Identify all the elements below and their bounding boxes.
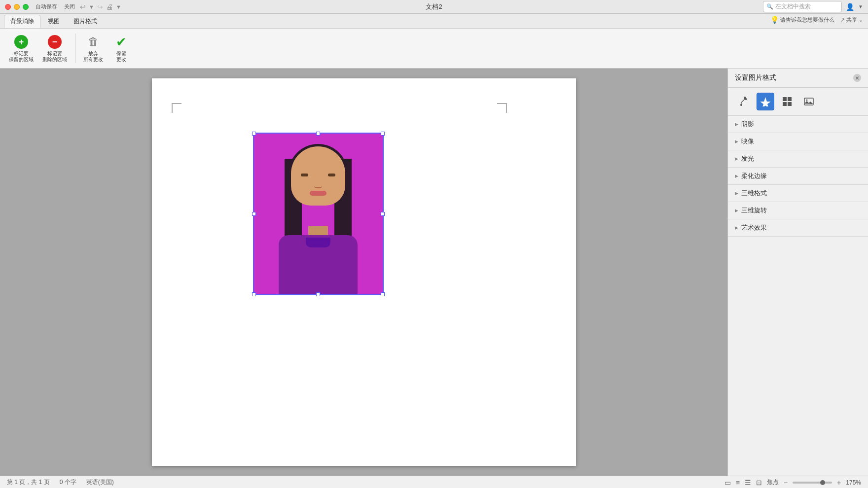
panel-section-shadow[interactable]: ▶ 阴影 <box>728 116 868 133</box>
share-btn[interactable]: ↗ 共享 ⌄ <box>840 16 863 24</box>
keep-button[interactable]: ✔ 保留更改 <box>109 32 134 65</box>
autosave-label: 自动保存 <box>34 2 59 11</box>
close-label[interactable]: 关闭 <box>62 2 77 11</box>
reflection-label: 映像 <box>741 137 754 146</box>
ribbon-tabs: 背景消除 视图 图片格式 <box>0 14 868 29</box>
char-count: 0 个字 <box>60 478 76 487</box>
traffic-lights <box>0 4 29 10</box>
portrait-figure <box>269 141 367 294</box>
check-green-icon: ✔ <box>113 34 129 50</box>
bracket-top-left <box>172 103 181 113</box>
right-eye <box>328 174 335 176</box>
search-placeholder: 在文档中搜索 <box>775 2 811 11</box>
titlebar: 自动保存 关闭 ↩ ▼ ↪ 🖨 ▼ 文档2 🔍 在文档中搜索 👤 ▼ <box>0 0 868 14</box>
handle-top-right[interactable] <box>381 132 385 136</box>
user-icon[interactable]: 👤 <box>846 3 854 11</box>
3d-format-arrow: ▶ <box>735 191 738 196</box>
view-focus-icon[interactable]: ⊡ <box>756 479 762 487</box>
portrait-head <box>291 146 345 206</box>
mark-remove-label: 标记要删除的区域 <box>42 51 67 63</box>
panel-section-art-effect[interactable]: ▶ 艺术效果 <box>728 219 868 237</box>
plus-green-icon: + <box>13 34 29 50</box>
handle-bottom-right[interactable] <box>381 292 385 296</box>
panel-section-reflection[interactable]: ▶ 映像 <box>728 133 868 150</box>
tab-view[interactable]: 视图 <box>41 15 66 28</box>
panel-section-glow[interactable]: ▶ 发光 <box>728 150 868 168</box>
ribbon: 背景消除 视图 图片格式 💡 请告诉我您想要做什么 ↗ 共享 ⌄ <box>0 14 868 69</box>
glow-arrow: ▶ <box>735 156 738 161</box>
panel-icon-paint[interactable] <box>735 93 753 110</box>
share-dropdown: ⌄ <box>859 17 863 23</box>
close-button[interactable] <box>5 4 11 10</box>
fullscreen-button[interactable] <box>23 4 29 10</box>
svg-point-5 <box>806 100 808 101</box>
assist-label[interactable]: 💡 请告诉我您想要做什么 <box>770 16 834 24</box>
handle-bottom-mid[interactable] <box>316 292 320 296</box>
zoom-slider[interactable] <box>793 482 832 484</box>
collar <box>306 238 330 247</box>
zoom-out-icon[interactable]: − <box>784 479 788 487</box>
portrait-body <box>279 235 358 294</box>
nose <box>314 183 322 188</box>
handle-mid-left[interactable] <box>252 212 256 216</box>
handle-mid-right[interactable] <box>381 212 385 216</box>
zoom-in-icon[interactable]: + <box>837 479 841 487</box>
panel-section-3d-format[interactable]: ▶ 三维格式 <box>728 185 868 202</box>
ribbon-content: + 标记要保留的区域 − 标记要删除的区域 🗑 放弃所有更改 ✔ 保留更改 <box>0 29 868 68</box>
reflection-arrow: ▶ <box>735 139 738 144</box>
titlebar-right: 🔍 在文档中搜索 👤 ▼ <box>763 1 868 12</box>
ribbon-divider <box>75 34 75 63</box>
minus-red-icon: − <box>47 34 63 50</box>
redo-icon[interactable]: ↪ <box>97 3 103 11</box>
more-dropdown[interactable]: ▼ <box>116 4 121 10</box>
lightbulb-icon: 💡 <box>770 16 779 24</box>
soft-edge-arrow: ▶ <box>735 174 738 178</box>
panel-icon-image[interactable] <box>800 93 818 110</box>
view-page-icon[interactable]: ▭ <box>724 479 731 487</box>
user-dropdown[interactable]: ▼ <box>858 4 863 9</box>
panel-icon-layout[interactable] <box>778 93 796 110</box>
handle-top-left[interactable] <box>252 132 256 136</box>
view-outline-icon[interactable]: ≡ <box>736 479 740 487</box>
mark-remove-button[interactable]: − 标记要删除的区域 <box>39 32 70 65</box>
3d-rotation-arrow: ▶ <box>735 208 738 213</box>
art-effect-label: 艺术效果 <box>741 223 767 232</box>
art-effect-arrow: ▶ <box>735 225 738 230</box>
discard-label: 放弃所有更改 <box>83 51 103 63</box>
soft-edge-label: 柔化边缘 <box>741 172 767 180</box>
panel-icon-shape[interactable] <box>757 93 774 110</box>
document-area[interactable] <box>0 69 727 476</box>
discard-button[interactable]: 🗑 放弃所有更改 <box>80 32 106 65</box>
right-panel: 设置图片格式 ✕ <box>727 69 868 476</box>
tab-image-format[interactable]: 图片格式 <box>67 15 104 28</box>
svg-rect-1 <box>788 97 792 101</box>
undo-dropdown[interactable]: ▼ <box>89 4 94 10</box>
svg-rect-2 <box>783 102 787 106</box>
handle-top-mid[interactable] <box>316 132 320 136</box>
handle-bottom-left[interactable] <box>252 292 256 296</box>
3d-rotation-label: 三维旋转 <box>741 206 767 215</box>
mark-keep-button[interactable]: + 标记要保留的区域 <box>6 32 36 65</box>
zoom-level: 175% <box>846 479 861 486</box>
print-icon[interactable]: 🖨 <box>106 3 113 11</box>
view-read-icon[interactable]: ☰ <box>745 479 751 487</box>
tab-bg-remove[interactable]: 背景消除 <box>4 15 40 28</box>
selected-image[interactable] <box>253 133 384 295</box>
search-box[interactable]: 🔍 在文档中搜索 <box>763 1 842 12</box>
statusbar: 第 1 页，共 1 页 0 个字 英语(美国) ▭ ≡ ☰ ⊡ 焦点 − + 1… <box>0 476 868 488</box>
mark-keep-label: 标记要保留的区域 <box>9 51 34 63</box>
status-right: ▭ ≡ ☰ ⊡ 焦点 − + 175% <box>724 478 861 487</box>
zoom-thumb[interactable] <box>820 480 825 485</box>
share-icon: ↗ <box>840 17 845 23</box>
3d-format-label: 三维格式 <box>741 189 767 198</box>
panel-section-soft-edge[interactable]: ▶ 柔化边缘 <box>728 168 868 185</box>
panel-title: 设置图片格式 <box>735 73 776 82</box>
undo-icon[interactable]: ↩ <box>80 3 86 11</box>
shadow-label: 阴影 <box>741 120 754 129</box>
panel-section-3d-rotation[interactable]: ▶ 三维旋转 <box>728 202 868 219</box>
titlebar-tools: 自动保存 关闭 ↩ ▼ ↪ 🖨 ▼ <box>29 2 121 11</box>
panel-close-button[interactable]: ✕ <box>853 74 861 82</box>
panel-icon-tabs <box>728 88 868 116</box>
minimize-button[interactable] <box>14 4 20 10</box>
keep-label: 保留更改 <box>116 51 126 63</box>
